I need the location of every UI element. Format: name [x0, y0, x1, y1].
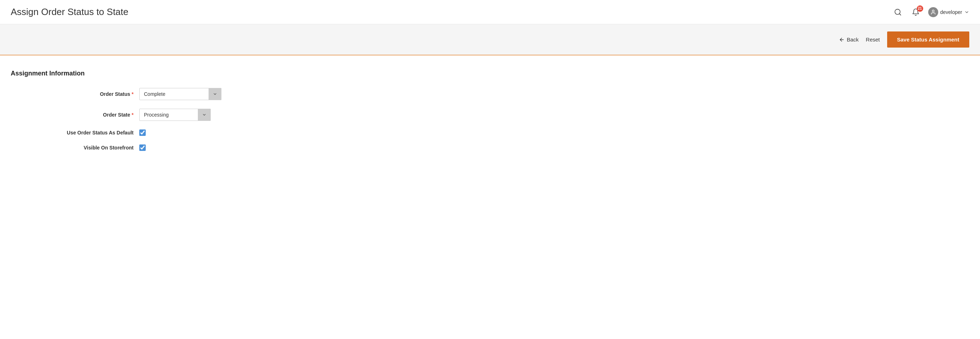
- visible-on-storefront-row: Visible On Storefront: [11, 144, 969, 151]
- save-status-assignment-button[interactable]: Save Status Assignment: [887, 32, 970, 48]
- order-state-label: Order State*: [46, 112, 139, 118]
- back-label: Back: [847, 37, 859, 43]
- user-menu-button[interactable]: developer: [928, 7, 970, 17]
- visible-on-storefront-label: Visible On Storefront: [46, 145, 139, 150]
- toolbar: Back Reset Save Status Assignment: [0, 24, 980, 56]
- order-state-select[interactable]: Processing New Complete Cancelled: [139, 109, 211, 121]
- order-status-select[interactable]: Complete Pending Processing Cancelled: [139, 88, 221, 100]
- chevron-down-icon: [964, 10, 969, 14]
- reset-button[interactable]: Reset: [866, 37, 880, 43]
- required-star: *: [132, 91, 134, 97]
- page-title: Assign Order Status to State: [11, 6, 129, 18]
- order-status-label: Order Status*: [46, 91, 139, 97]
- avatar: [928, 7, 938, 17]
- user-icon: [931, 9, 936, 15]
- use-as-default-checkbox[interactable]: [139, 130, 146, 136]
- user-label: developer: [940, 9, 963, 15]
- assignment-information-section: Assignment Information Order Status* Com…: [11, 66, 969, 163]
- reset-label: Reset: [866, 37, 880, 43]
- order-state-select-wrapper: Processing New Complete Cancelled: [139, 109, 211, 121]
- order-status-row: Order Status* Complete Pending Processin…: [11, 88, 969, 100]
- arrow-left-icon: [839, 37, 845, 43]
- use-as-default-label: Use Order Status As Default: [46, 130, 139, 136]
- search-button[interactable]: [892, 7, 903, 18]
- section-title: Assignment Information: [11, 70, 969, 77]
- main-content: Assignment Information Order Status* Com…: [0, 56, 980, 174]
- notification-button[interactable]: 21: [910, 7, 921, 18]
- required-star-state: *: [132, 112, 134, 118]
- svg-point-2: [932, 10, 934, 12]
- svg-line-1: [899, 14, 901, 15]
- page-header: Assign Order Status to State 21 develope…: [0, 0, 980, 24]
- back-button[interactable]: Back: [839, 37, 859, 43]
- order-state-row: Order State* Processing New Complete Can…: [11, 109, 969, 121]
- header-actions: 21 developer: [892, 7, 970, 18]
- use-as-default-row: Use Order Status As Default: [11, 130, 969, 136]
- notification-badge: 21: [917, 5, 923, 12]
- visible-on-storefront-checkbox[interactable]: [139, 144, 146, 151]
- search-icon: [894, 8, 902, 16]
- order-status-select-wrapper: Complete Pending Processing Cancelled: [139, 88, 221, 100]
